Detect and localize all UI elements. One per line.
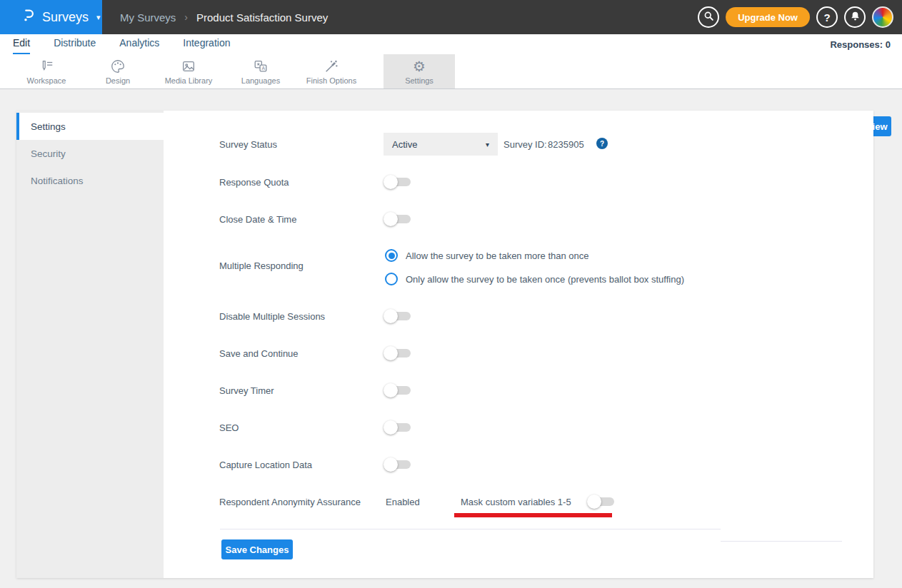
user-avatar[interactable] xyxy=(872,6,893,28)
save-and-continue-row: Save and Continue xyxy=(219,346,719,360)
svg-text:A: A xyxy=(261,66,265,71)
settings-panel: Settings Security Notifications Survey S… xyxy=(16,111,873,578)
chevron-down-icon: ▾ xyxy=(96,13,101,22)
radio-option-multiple-allowed[interactable]: Allow the survey to be taken more than o… xyxy=(385,249,589,262)
mask-custom-variables-toggle[interactable] xyxy=(587,495,614,509)
tab-distribute[interactable]: Distribute xyxy=(54,34,96,54)
disable-multiple-sessions-row: Disable Multiple Sessions xyxy=(219,309,719,323)
disable-multiple-sessions-label: Disable Multiple Sessions xyxy=(219,311,325,322)
annotation-highlight-bar xyxy=(454,513,612,517)
close-date-toggle[interactable] xyxy=(384,212,411,226)
sidebar-item-label: Security xyxy=(31,148,66,159)
bell-icon xyxy=(850,11,861,24)
radio-option-label: Only allow the survey to be taken once (… xyxy=(406,274,684,285)
magic-wand-icon xyxy=(324,59,339,74)
anonymity-label: Respondent Anonymity Assurance xyxy=(219,497,361,507)
page: Surveys ▾ My Surveys › Product Satisfact… xyxy=(0,0,902,588)
tab-integration[interactable]: Integration xyxy=(183,34,230,54)
survey-timer-row: Survey Timer xyxy=(219,383,719,397)
survey-status-label: Survey Status xyxy=(219,139,277,150)
tab-analytics[interactable]: Analytics xyxy=(119,34,159,54)
workspace-icon xyxy=(39,59,54,74)
toolbar-item-media-library[interactable]: Media Library xyxy=(153,54,224,88)
image-icon xyxy=(181,59,196,74)
survey-status-dropdown[interactable]: Active ▾ xyxy=(384,133,498,156)
search-button[interactable] xyxy=(698,6,719,28)
breadcrumb-separator: › xyxy=(184,11,188,23)
question-mark-icon: ? xyxy=(823,11,830,24)
breadcrumb-current-survey: Product Satisfaction Survey xyxy=(196,11,328,24)
survey-status-value: Active xyxy=(392,139,417,150)
translate-icon: A xyxy=(253,59,269,74)
save-and-continue-toggle[interactable] xyxy=(384,346,411,360)
toolbar-item-settings[interactable]: ⚙ Settings xyxy=(384,54,455,88)
top-header: Surveys ▾ My Surveys › Product Satisfact… xyxy=(0,0,902,34)
section-nav: Edit Distribute Analytics Integration Re… xyxy=(0,34,902,54)
responses-count: Responses: 0 xyxy=(830,39,891,50)
search-icon xyxy=(703,11,714,24)
survey-id-label: Survey ID: xyxy=(503,139,547,150)
question-mark-icon: ? xyxy=(600,140,604,148)
response-quota-toggle[interactable] xyxy=(384,175,411,189)
survey-id-value: 8235905 xyxy=(548,139,584,150)
radio-option-label: Allow the survey to be taken more than o… xyxy=(406,250,589,261)
toolbar-label: Settings xyxy=(405,76,434,85)
toolbar-label: Finish Options xyxy=(306,76,356,85)
sidebar-item-label: Notifications xyxy=(31,176,84,186)
help-button[interactable]: ? xyxy=(816,6,838,28)
settings-sidebar: Settings Security Notifications xyxy=(16,111,164,578)
toolbar-item-languages[interactable]: A Languages xyxy=(225,54,296,88)
radio-selected-icon xyxy=(385,249,398,262)
capture-location-toggle[interactable] xyxy=(384,457,411,472)
seo-row: SEO xyxy=(219,420,719,435)
multiple-responding-row: Multiple Responding Allow the survey to … xyxy=(219,248,762,286)
mask-custom-variables-label: Mask custom variables 1-5 xyxy=(461,497,571,507)
response-quota-label: Response Quota xyxy=(219,177,289,188)
close-date-row: Close Date & Time xyxy=(219,212,719,226)
toolbar-item-design[interactable]: Design xyxy=(82,54,154,88)
section-tabs: Edit Distribute Analytics Integration xyxy=(13,34,230,54)
toolbar-label: Design xyxy=(106,76,130,85)
survey-timer-toggle[interactable] xyxy=(384,383,411,397)
toolbar-label: Media Library xyxy=(165,76,213,85)
multiple-responding-label: Multiple Responding xyxy=(219,260,304,271)
questionpro-logo-icon xyxy=(20,8,36,26)
save-and-continue-label: Save and Continue xyxy=(219,348,299,359)
sidebar-item-notifications[interactable]: Notifications xyxy=(16,167,164,194)
toolbar-item-workspace[interactable]: Workspace xyxy=(11,54,82,88)
survey-id-help-icon[interactable]: ? xyxy=(596,138,608,149)
gear-icon: ⚙ xyxy=(413,59,426,74)
capture-location-label: Capture Location Data xyxy=(219,460,312,470)
survey-timer-label: Survey Timer xyxy=(219,385,274,396)
breadcrumb: My Surveys › Product Satisfaction Survey xyxy=(120,0,328,34)
survey-status-row: Survey Status Active ▾ Survey ID: 823590… xyxy=(219,133,862,156)
response-quota-row: Response Quota xyxy=(219,175,719,189)
radio-unselected-icon xyxy=(385,273,398,285)
sidebar-item-settings[interactable]: Settings xyxy=(16,113,164,140)
chevron-down-icon: ▾ xyxy=(486,141,489,148)
seo-toggle[interactable] xyxy=(384,420,411,435)
seo-label: SEO xyxy=(219,422,239,433)
anonymity-status: Enabled xyxy=(386,497,420,507)
divider xyxy=(721,541,842,542)
palette-icon xyxy=(110,59,126,74)
toolbar-label: Workspace xyxy=(27,76,66,85)
edit-toolbar: Workspace Design Media Li xyxy=(0,54,902,89)
notifications-button[interactable] xyxy=(844,6,866,28)
divider xyxy=(220,529,721,529)
close-date-label: Close Date & Time xyxy=(219,214,296,225)
sidebar-item-security[interactable]: Security xyxy=(16,140,164,167)
upgrade-now-button[interactable]: Upgrade Now xyxy=(726,7,810,27)
sidebar-item-label: Settings xyxy=(31,121,66,132)
radio-option-once-only[interactable]: Only allow the survey to be taken once (… xyxy=(385,273,684,285)
anonymity-row: Respondent Anonymity Assurance Enabled M… xyxy=(219,495,862,509)
save-changes-button[interactable]: Save Changes xyxy=(221,539,293,559)
tab-edit[interactable]: Edit xyxy=(13,34,30,54)
product-switcher[interactable]: Surveys ▾ xyxy=(0,0,102,34)
disable-multiple-sessions-toggle[interactable] xyxy=(384,309,411,323)
header-actions: Upgrade Now ? xyxy=(698,0,893,34)
toolbar-item-finish-options[interactable]: Finish Options xyxy=(296,54,367,88)
toolbar-label: Languages xyxy=(241,76,280,85)
breadcrumb-my-surveys[interactable]: My Surveys xyxy=(120,11,176,24)
product-name: Surveys xyxy=(42,10,89,25)
